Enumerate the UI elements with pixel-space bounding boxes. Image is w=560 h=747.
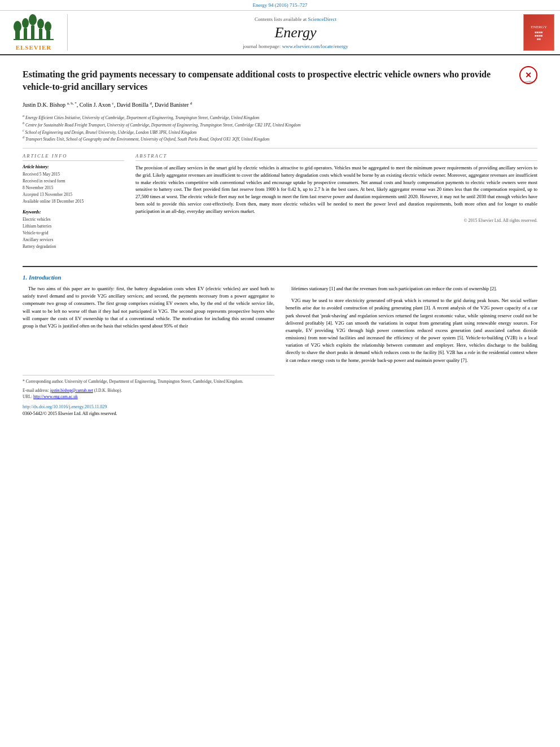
article-info-abstract-section: ARTICLE INFO Article history: Received 5… xyxy=(23,153,537,255)
footnote-area: * Corresponding author. University of Ca… xyxy=(23,375,274,400)
introduction-body: The two aims of this paper are to quanti… xyxy=(23,285,537,418)
abstract-label: ABSTRACT xyxy=(135,153,537,161)
svg-rect-8 xyxy=(46,31,50,40)
footnote-email-link[interactable]: justin.bishop@cantab.net xyxy=(50,388,93,393)
svg-rect-6 xyxy=(39,29,42,40)
footnote-url-link[interactable]: http://www.eng.cam.ac.uk xyxy=(33,394,78,399)
abstract-column: ABSTRACT The provision of ancillary serv… xyxy=(135,153,537,255)
received-revised-date: 8 November 2015 xyxy=(23,185,124,191)
article-history-title: Article history: xyxy=(23,164,124,169)
copyright-line: © 2015 Elsevier Ltd. All rights reserved… xyxy=(135,218,537,223)
intro-right-para-2: V2G may be used to store electricity gen… xyxy=(286,297,537,364)
intro-right-para-1: lifetimes stationary [1] and that the re… xyxy=(286,285,537,292)
introduction-section: 1. Introduction The two aims of this pap… xyxy=(23,266,537,418)
svg-point-9 xyxy=(45,21,51,32)
footnote-email: E-mail address: justin.bishop@cantab.net… xyxy=(23,387,274,394)
received-date: Received 5 May 2015 xyxy=(23,171,124,178)
footnote-url: URL: http://www.eng.cam.ac.uk xyxy=(23,394,274,400)
keyword-3: Vehicle-to-grid xyxy=(23,230,124,237)
keyword-2: Lithium batteries xyxy=(23,223,124,230)
journal-ref-text: Energy 94 (2016) 715–727 xyxy=(252,2,307,8)
intro-left-column: The two aims of this paper are to quanti… xyxy=(23,285,274,418)
keywords-section: Keywords: Electric vehicles Lithium batt… xyxy=(23,209,124,250)
doi-link[interactable]: http://dx.doi.org/10.1016/j.energy.2015.… xyxy=(23,404,274,410)
abstract-text: The provision of ancillary services in t… xyxy=(135,164,537,215)
science-direct-label: Contents lists available at ScienceDirec… xyxy=(255,16,336,22)
journal-header: ELSEVIER Contents lists available at Sci… xyxy=(0,11,560,55)
keyword-5: Battery degradation xyxy=(23,243,124,250)
article-info-label: ARTICLE INFO xyxy=(23,153,124,161)
svg-point-3 xyxy=(22,18,29,28)
affiliation-c: c School of Engineering and Design, Brun… xyxy=(23,128,537,136)
journal-reference: Energy 94 (2016) 715–727 xyxy=(0,0,560,11)
svg-rect-10 xyxy=(14,39,54,40)
svg-rect-4 xyxy=(31,25,34,40)
available-online: Available online 18 December 2015 xyxy=(23,198,124,205)
svg-rect-2 xyxy=(24,28,27,40)
affiliation-b: b Centre for Sustainable Road Freight Tr… xyxy=(23,121,537,128)
svg-point-7 xyxy=(37,19,44,29)
intro-left-para-1: The two aims of this paper are to quanti… xyxy=(23,285,274,330)
journal-title: Energy xyxy=(274,24,316,41)
title-row: Estimating the grid payments necessary t… xyxy=(23,64,537,101)
keywords-title: Keywords: xyxy=(23,209,124,215)
keyword-1: Electric vehicles xyxy=(23,216,124,223)
journal-homepage-label: journal homepage: www.elsevier.com/locat… xyxy=(243,43,348,49)
intro-heading: 1. Introduction xyxy=(23,274,537,281)
science-direct-link[interactable]: ScienceDirect xyxy=(308,16,336,22)
journal-cover-title: ENERGY xyxy=(531,25,546,29)
article-history-section: Article history: Received 5 May 2015 Rec… xyxy=(23,164,124,205)
affiliations: a Energy Efficient Cities Initiative, Un… xyxy=(23,113,537,142)
svg-rect-0 xyxy=(15,31,20,40)
issn-text: 0360-5442/© 2015 Elsevier Ltd. All right… xyxy=(23,410,274,417)
svg-text:✕: ✕ xyxy=(525,71,532,80)
divider-1 xyxy=(23,148,537,148)
svg-text:CrossMark: CrossMark xyxy=(522,80,535,83)
journal-cover-image: ENERGY ■■■■■■■■■■ xyxy=(523,14,554,51)
footnote-corresponding: * Corresponding author. University of Ca… xyxy=(23,378,274,385)
received-revised-label: Received in revised form xyxy=(23,178,124,185)
crossmark-icon[interactable]: ✕ CrossMark xyxy=(519,66,537,84)
journal-homepage-link[interactable]: www.elsevier.com/locate/energy xyxy=(282,43,348,49)
keyword-4: Ancillary services xyxy=(23,237,124,243)
journal-center-info: Contents lists available at ScienceDirec… xyxy=(73,14,518,51)
elsevier-logo-area: ELSEVIER xyxy=(6,14,68,51)
intro-right-column: lifetimes stationary [1] and that the re… xyxy=(286,285,537,418)
paper-title: Estimating the grid payments necessary t… xyxy=(23,68,514,94)
elsevier-brand-text: ELSEVIER xyxy=(16,44,52,51)
affiliation-d: d Transport Studies Unit, School of Geog… xyxy=(23,135,537,142)
authors-line: Justin D.K. Bishop a, b, *, Colin J. Axo… xyxy=(23,101,537,109)
svg-point-1 xyxy=(14,21,21,32)
article-info-column: ARTICLE INFO Article history: Received 5… xyxy=(23,153,124,255)
footer-links: http://dx.doi.org/10.1016/j.energy.2015.… xyxy=(23,404,274,418)
accepted-date: Accepted 13 November 2015 xyxy=(23,191,124,198)
elsevier-tree-icon xyxy=(12,14,55,42)
svg-point-5 xyxy=(29,14,37,25)
affiliation-a: a Energy Efficient Cities Initiative, Un… xyxy=(23,113,537,121)
paper-content-area: Estimating the grid payments necessary t… xyxy=(0,55,560,426)
